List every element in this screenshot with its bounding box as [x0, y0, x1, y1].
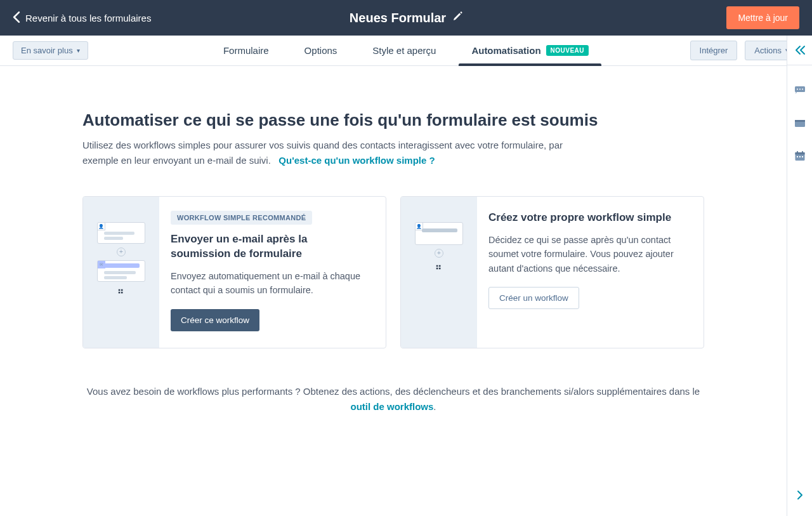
recommended-workflow-card: 👤 + ✉ ⠶ WORKFLOW SIMPLE RECOMMANDÉ Envoy…: [82, 196, 386, 348]
topbar: Revenir à tous les formulaires Neues For…: [0, 0, 812, 36]
card2-illustration: 👤 + ⠶: [401, 197, 477, 348]
subnav: En savoir plus ▾ Formulaire Options Styl…: [0, 36, 812, 66]
rail-calendar-icon[interactable]: [794, 150, 806, 164]
svg-rect-10: [797, 156, 798, 157]
footer-text-before: Vous avez besoin de workflows plus perfo…: [87, 386, 700, 397]
card1-illustration: 👤 + ✉ ⠶: [83, 197, 159, 348]
tab-form[interactable]: Formulaire: [223, 36, 269, 65]
rail-collapse-button[interactable]: [787, 44, 812, 65]
svg-point-2: [799, 89, 801, 90]
page-heading: Automatiser ce qui se passe une fois qu'…: [82, 110, 704, 130]
tab-automation[interactable]: Automatisation NOUVEAU: [471, 36, 589, 65]
what-is-workflow-link[interactable]: Qu'est-ce qu'un workflow simple ?: [278, 155, 435, 166]
subnav-right: Intégrer Actions ▾: [690, 41, 799, 60]
cards-row: 👤 + ✉ ⠶ WORKFLOW SIMPLE RECOMMANDÉ Envoy…: [82, 196, 704, 348]
card2-body: Créez votre propre workflow simple Décid…: [477, 197, 704, 348]
actions-label: Actions: [754, 46, 782, 55]
container: Automatiser ce qui se passe une fois qu'…: [82, 110, 704, 414]
workflows-tool-link[interactable]: outil de workflows: [350, 401, 433, 412]
update-button[interactable]: Mettre à jour: [726, 6, 799, 29]
card1-title: Envoyer un e-mail après la soumission de…: [171, 232, 369, 261]
rail-card-icon[interactable]: [794, 117, 806, 131]
create-this-workflow-button[interactable]: Créer ce workflow: [171, 309, 259, 331]
page-lead: Utilisez des workflows simples pour assu…: [82, 138, 577, 168]
card2-desc: Décidez ce qui se passe après qu'un cont…: [488, 233, 687, 275]
card1-desc: Envoyez automatiquement un e-mail à chaq…: [171, 269, 369, 298]
main: Automatiser ce qui se passe une fois qu'…: [0, 66, 787, 414]
learn-more-dropdown[interactable]: En savoir plus ▾: [13, 41, 88, 60]
tab-automation-label: Automatisation: [471, 45, 540, 56]
title-wrap: Neues Formular: [350, 11, 462, 25]
new-badge: NOUVEAU: [546, 45, 589, 56]
form-title: Neues Formular: [350, 11, 446, 25]
svg-point-1: [797, 89, 798, 90]
custom-workflow-card: 👤 + ⠶ Créez votre propre workflow simple…: [400, 196, 704, 348]
footer-text-after: .: [433, 401, 436, 412]
tab-style[interactable]: Style et aperçu: [372, 36, 436, 65]
tab-options-label: Options: [304, 45, 337, 56]
tab-form-label: Formulaire: [223, 45, 269, 56]
tabs: Formulaire Options Style et aperçu Autom…: [223, 36, 589, 65]
rail-expand-button[interactable]: [794, 489, 806, 503]
create-workflow-button[interactable]: Créer un workflow: [488, 287, 579, 309]
learn-more-label: En savoir plus: [21, 46, 73, 55]
card2-title: Créez votre propre workflow simple: [488, 211, 687, 225]
svg-rect-7: [795, 152, 804, 155]
svg-rect-11: [799, 156, 801, 157]
edit-title-button[interactable]: [452, 11, 462, 24]
caret-down-icon: ▾: [77, 47, 80, 54]
rail-chat-icon[interactable]: [794, 84, 806, 98]
tab-style-label: Style et aperçu: [372, 45, 436, 56]
svg-point-3: [802, 89, 803, 90]
back-label: Revenir à tous les formulaires: [25, 13, 151, 23]
svg-rect-9: [802, 151, 803, 153]
back-to-forms-link[interactable]: Revenir à tous les formulaires: [13, 11, 151, 25]
svg-rect-12: [802, 156, 803, 157]
footer-note: Vous avez besoin de workflows plus perfo…: [82, 384, 704, 414]
side-rail: [787, 36, 812, 516]
card1-body: WORKFLOW SIMPLE RECOMMANDÉ Envoyer un e-…: [159, 197, 386, 348]
recommended-badge: WORKFLOW SIMPLE RECOMMANDÉ: [171, 211, 312, 225]
tab-options[interactable]: Options: [304, 36, 337, 65]
svg-rect-8: [797, 151, 798, 153]
topbar-right: Mettre à jour: [726, 6, 799, 29]
integrate-button[interactable]: Intégrer: [690, 41, 738, 60]
svg-rect-5: [795, 120, 805, 122]
chevron-left-icon: [13, 11, 20, 25]
